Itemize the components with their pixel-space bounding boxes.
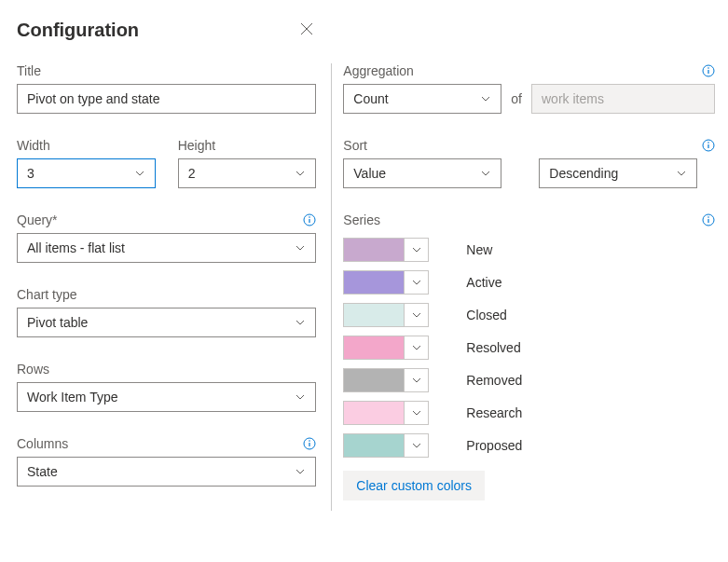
sort-by-select[interactable]: Value bbox=[343, 158, 501, 188]
color-swatch bbox=[344, 369, 404, 391]
rows-select[interactable]: Work Item Type bbox=[17, 382, 316, 412]
width-value: 3 bbox=[27, 166, 34, 181]
chevron-down-icon bbox=[295, 168, 306, 179]
chevron-down-icon bbox=[404, 369, 428, 391]
width-field-group: Width 3 bbox=[17, 138, 156, 188]
series-item-label: Resolved bbox=[466, 340, 520, 355]
series-item-label: Closed bbox=[466, 308, 507, 322]
series-item-label: New bbox=[466, 242, 492, 257]
title-input[interactable] bbox=[17, 84, 316, 114]
chevron-down-icon bbox=[404, 434, 428, 457]
aggregation-label: Aggregation bbox=[343, 63, 414, 78]
of-label: of bbox=[511, 91, 522, 106]
rows-value: Work Item Type bbox=[27, 390, 118, 404]
query-label: Query* bbox=[17, 212, 58, 227]
sort-direction-value: Descending bbox=[549, 166, 618, 181]
chevron-down-icon bbox=[295, 242, 306, 254]
series-color-picker[interactable] bbox=[343, 433, 429, 458]
aggregation-field-group: Aggregation Count of bbox=[343, 63, 715, 114]
color-swatch bbox=[344, 239, 404, 261]
chevron-down-icon bbox=[676, 168, 687, 179]
series-color-picker[interactable] bbox=[343, 238, 429, 262]
info-icon[interactable] bbox=[303, 213, 316, 226]
info-icon[interactable] bbox=[702, 213, 715, 226]
columns-value: State bbox=[27, 464, 58, 479]
svg-rect-14 bbox=[707, 219, 708, 223]
series-color-picker[interactable] bbox=[343, 270, 429, 295]
series-item: Removed bbox=[343, 363, 715, 396]
info-icon[interactable] bbox=[702, 139, 715, 152]
svg-rect-11 bbox=[707, 144, 708, 148]
color-swatch bbox=[344, 271, 404, 294]
svg-rect-2 bbox=[309, 219, 310, 223]
series-color-picker[interactable] bbox=[343, 303, 429, 327]
color-swatch bbox=[344, 434, 404, 457]
close-button[interactable] bbox=[294, 17, 320, 43]
chevron-down-icon bbox=[295, 391, 306, 403]
chart-type-select[interactable]: Pivot table bbox=[17, 308, 316, 337]
aggregation-value: Count bbox=[353, 91, 388, 106]
series-field-group: Series NewActiveClosedResolvedRemovedRes… bbox=[343, 212, 715, 500]
sort-label: Sort bbox=[343, 138, 367, 153]
series-item: Closed bbox=[343, 298, 715, 331]
dialog-header: Configuration bbox=[17, 17, 320, 43]
series-item-label: Proposed bbox=[466, 438, 522, 453]
series-color-picker[interactable] bbox=[343, 336, 429, 360]
series-item-label: Removed bbox=[466, 373, 522, 388]
info-icon[interactable] bbox=[702, 64, 715, 77]
series-item: Active bbox=[343, 266, 715, 298]
chevron-down-icon bbox=[404, 402, 428, 424]
width-select[interactable]: 3 bbox=[17, 158, 156, 188]
svg-point-4 bbox=[309, 440, 311, 442]
chevron-down-icon bbox=[134, 168, 145, 179]
query-select[interactable]: All items - flat list bbox=[17, 233, 316, 263]
chart-type-value: Pivot table bbox=[27, 315, 88, 330]
series-item-label: Research bbox=[466, 405, 522, 420]
title-label: Title bbox=[17, 63, 316, 78]
vertical-divider bbox=[331, 63, 332, 511]
series-item: New bbox=[343, 233, 715, 266]
color-swatch bbox=[344, 336, 404, 359]
color-swatch bbox=[344, 402, 404, 424]
height-label: Height bbox=[178, 138, 317, 153]
chevron-down-icon bbox=[404, 336, 428, 359]
sort-direction-select[interactable]: Descending bbox=[539, 158, 697, 188]
chart-type-label: Chart type bbox=[17, 287, 316, 302]
clear-custom-colors-button[interactable]: Clear custom colors bbox=[343, 471, 485, 500]
info-icon[interactable] bbox=[303, 437, 316, 450]
close-icon bbox=[299, 21, 314, 39]
query-value: All items - flat list bbox=[27, 240, 125, 255]
aggregation-select[interactable]: Count bbox=[343, 84, 501, 114]
svg-point-10 bbox=[707, 142, 709, 144]
title-field-group: Title bbox=[17, 63, 316, 114]
series-list: NewActiveClosedResolvedRemovedResearchPr… bbox=[343, 233, 715, 461]
columns-label: Columns bbox=[17, 436, 68, 451]
height-field-group: Height 2 bbox=[178, 138, 317, 188]
columns-select[interactable]: State bbox=[17, 457, 316, 487]
columns-field-group: Columns State bbox=[17, 436, 316, 487]
svg-point-1 bbox=[309, 216, 311, 218]
height-select[interactable]: 2 bbox=[178, 158, 317, 188]
series-item: Proposed bbox=[343, 429, 715, 461]
series-label: Series bbox=[343, 212, 380, 227]
sort-by-value: Value bbox=[353, 166, 386, 181]
query-field-group: Query* All items - flat list bbox=[17, 212, 316, 263]
series-item-label: Active bbox=[466, 275, 501, 290]
height-value: 2 bbox=[188, 166, 196, 181]
chart-type-field-group: Chart type Pivot table bbox=[17, 287, 316, 337]
chevron-down-icon bbox=[480, 168, 491, 179]
sort-field-group: Sort Value Descending bbox=[343, 138, 715, 188]
series-item: Research bbox=[343, 396, 715, 429]
chevron-down-icon bbox=[404, 271, 428, 294]
width-label: Width bbox=[17, 138, 156, 153]
svg-point-7 bbox=[707, 67, 709, 69]
rows-field-group: Rows Work Item Type bbox=[17, 362, 316, 412]
series-color-picker[interactable] bbox=[343, 401, 429, 425]
left-panel: Title Width 3 Height 2 bbox=[17, 63, 323, 511]
rows-label: Rows bbox=[17, 362, 316, 377]
color-swatch bbox=[344, 304, 404, 326]
aggregation-of-input bbox=[531, 84, 715, 114]
svg-rect-5 bbox=[309, 443, 310, 446]
series-color-picker[interactable] bbox=[343, 368, 429, 392]
chevron-down-icon bbox=[295, 317, 306, 328]
